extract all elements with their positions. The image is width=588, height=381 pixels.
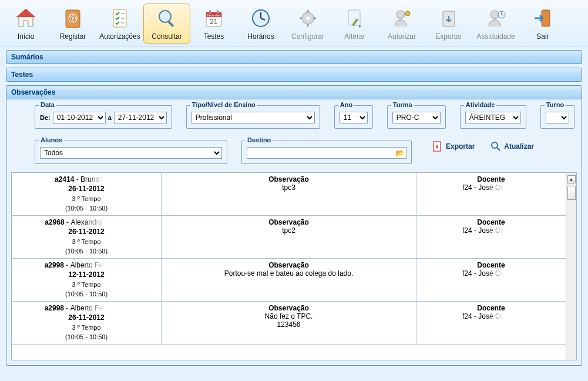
- legend-ano: Ano: [338, 101, 354, 108]
- house-icon: [13, 5, 39, 31]
- user-clock-icon: [483, 5, 509, 31]
- toolbar-testes[interactable]: December21 Testes: [190, 4, 237, 44]
- svg-marker-28: [359, 25, 361, 28]
- toolbar-label: Autorizações: [99, 32, 140, 41]
- toolbar-horarios[interactable]: Horários: [237, 4, 284, 44]
- toolbar-exportar[interactable]: Exportar: [425, 4, 472, 44]
- svg-rect-15: [209, 10, 211, 14]
- panel-observacoes[interactable]: Observações: [6, 85, 582, 99]
- toolbar-label: Configurar: [291, 32, 324, 41]
- cell-docente: Docente f24 - José Queirós: [416, 259, 566, 302]
- cell-observacao: Observação tpc3: [162, 173, 416, 216]
- toolbar-sair[interactable]: Sair: [519, 4, 566, 44]
- export-pdf-button[interactable]: A Exportar: [432, 141, 475, 152]
- exit-door-icon: [530, 5, 556, 31]
- cell-aluno: a2414 - Bruno Alves 26-11-2012 3 º Tempo…: [12, 173, 162, 216]
- legend-turma: Turma: [391, 101, 414, 108]
- observacoes-grid: a2414 - Bruno Alves 26-11-2012 3 º Tempo…: [11, 172, 577, 360]
- legend-destino: Destino: [246, 136, 273, 143]
- export-icon: [436, 5, 462, 31]
- cell-docente: Docente f24 - José Queirós: [416, 302, 566, 345]
- scrollbar[interactable]: ▲: [566, 173, 576, 360]
- svg-point-39: [492, 142, 498, 148]
- table-row[interactable]: a2998 - Alberto Fernandes 12-11-2012 3 º…: [12, 259, 566, 302]
- tipo-select[interactable]: Profissional: [191, 112, 315, 123]
- svg-rect-36: [542, 10, 550, 26]
- magnifier-small-icon: [490, 141, 502, 152]
- toolbar-registar[interactable]: @ Registar: [49, 4, 96, 44]
- toolbar-label: Início: [18, 32, 35, 41]
- svg-rect-16: [217, 10, 219, 14]
- svg-point-21: [306, 16, 310, 20]
- actions: A Exportar Atualizar: [432, 141, 534, 152]
- legend-tipo: Tipo/Nível de Ensino: [190, 101, 257, 108]
- svg-point-9: [159, 11, 171, 22]
- filter-ano: Ano 11: [334, 105, 373, 129]
- date-to-select[interactable]: 27-11-2012: [114, 112, 167, 123]
- calendar-icon: December21: [201, 5, 227, 31]
- filter-alunos: Alunos Todos: [35, 141, 227, 164]
- svg-text:21: 21: [210, 18, 218, 26]
- magnifier-icon: [154, 5, 180, 31]
- toolbar-label: Alterar: [344, 32, 365, 41]
- toolbar-configurar[interactable]: Configurar: [284, 4, 331, 44]
- toolbar-autorizacoes[interactable]: Autorizações: [96, 4, 143, 44]
- toolbar-alterar[interactable]: Alterar: [331, 4, 378, 44]
- svg-rect-10: [167, 21, 174, 27]
- label-a: a: [108, 114, 112, 121]
- table-row[interactable]: a2998 - Alberto Fernandes 26-11-2012 3 º…: [12, 302, 566, 345]
- scroll-thumb[interactable]: [567, 186, 576, 200]
- filter-destino: Destino 📂: [241, 141, 412, 164]
- destino-input[interactable]: [247, 147, 406, 159]
- filter-turno: Turno: [540, 105, 574, 129]
- cell-observacao: Observação Portou-se mal e bateu ao cole…: [162, 259, 416, 302]
- legend-turno: Turno: [545, 101, 566, 108]
- filters-row-2: Alunos Todos Destino 📂 A Exportar: [35, 141, 577, 164]
- toolbar-label: Consultar: [152, 32, 182, 41]
- legend-data: Data: [39, 101, 56, 108]
- turno-select[interactable]: [546, 112, 569, 123]
- cell-observacao: Observação tpc2: [162, 216, 416, 259]
- toolbar-label: Exportar: [435, 32, 462, 41]
- svg-point-29: [397, 11, 405, 19]
- svg-text:@: @: [69, 14, 77, 23]
- svg-point-32: [490, 11, 499, 19]
- svg-point-30: [405, 11, 410, 16]
- cell-docente: Docente f24 - José Queirós: [416, 216, 566, 259]
- toolbar-assiduidade[interactable]: Assiduidade: [472, 4, 519, 44]
- cell-aluno: a2998 - Alberto Fernandes 12-11-2012 3 º…: [12, 259, 162, 302]
- panels: Sumários Testes Observações Data De: 01-…: [0, 50, 588, 366]
- svg-text:December: December: [207, 14, 220, 17]
- toolbar-autorizar[interactable]: Autorizar: [378, 4, 425, 44]
- svg-line-40: [497, 148, 500, 151]
- date-from-select[interactable]: 01-10-2012: [53, 112, 106, 123]
- turma-select[interactable]: PRO-C: [392, 112, 441, 123]
- clock-icon: [248, 5, 274, 31]
- alunos-select[interactable]: Todos: [40, 147, 222, 159]
- pdf-icon: A: [432, 141, 443, 152]
- toolbar-inicio[interactable]: Início: [2, 4, 49, 44]
- toolbar-consultar[interactable]: Consultar: [143, 4, 190, 44]
- main-toolbar: Início @ Registar Autorizações Consultar…: [0, 0, 588, 46]
- cell-aluno: a2968 - Alexandra Peixoto 26-11-2012 3 º…: [12, 216, 162, 259]
- observacoes-body: Data De: 01-10-2012 a 27-11-2012 Tipo/Ní…: [6, 99, 582, 366]
- refresh-label: Atualizar: [504, 142, 534, 151]
- atividade-select[interactable]: ÁREINTEG: [465, 112, 521, 123]
- scroll-up-icon[interactable]: ▲: [567, 175, 576, 183]
- address-book-icon: @: [60, 5, 86, 31]
- cell-docente: Docente f24 - José Queirós: [416, 173, 566, 216]
- legend-alunos: Alunos: [39, 136, 64, 143]
- ano-select[interactable]: 11: [340, 112, 368, 123]
- refresh-button[interactable]: Atualizar: [490, 141, 534, 152]
- checklist-icon: [107, 5, 133, 31]
- table-row[interactable]: a2968 - Alexandra Peixoto 26-11-2012 3 º…: [12, 216, 566, 259]
- export-label: Exportar: [446, 142, 475, 151]
- svg-text:A: A: [435, 145, 438, 149]
- panel-sumarios[interactable]: Sumários: [6, 50, 582, 64]
- table-row[interactable]: a2414 - Bruno Alves 26-11-2012 3 º Tempo…: [12, 173, 566, 216]
- panel-testes[interactable]: Testes: [6, 68, 582, 82]
- cell-aluno: a2998 - Alberto Fernandes 26-11-2012 3 º…: [12, 302, 162, 345]
- folder-open-icon[interactable]: 📂: [395, 148, 405, 158]
- label-de: De:: [40, 114, 51, 121]
- toolbar-label: Assiduidade: [476, 32, 515, 41]
